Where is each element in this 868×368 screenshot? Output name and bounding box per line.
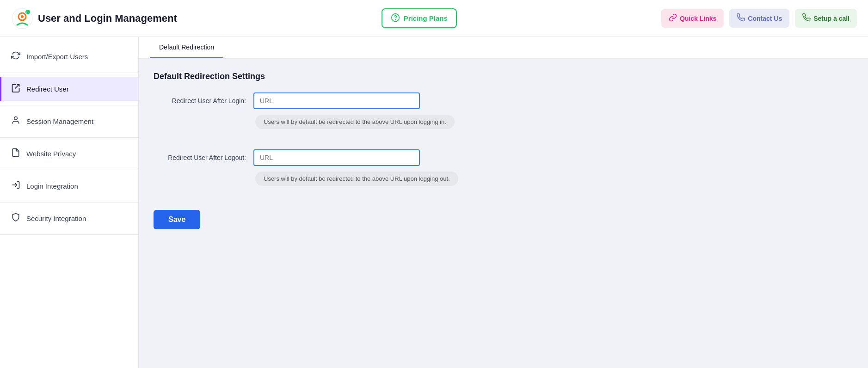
contact-us-button[interactable]: Contact Us <box>729 9 789 28</box>
website-privacy-icon <box>11 148 21 159</box>
pricing-plans-label: Pricing Plans <box>404 14 448 22</box>
sidebar-item-login-integration-label: Login Integration <box>26 182 78 190</box>
header-center: Pricing Plans <box>177 8 661 28</box>
login-hint-text: Users will by default be redirected to t… <box>255 115 455 129</box>
setup-call-button[interactable]: Setup a call <box>795 9 857 28</box>
logout-redirect-hint: Users will by default be redirected to t… <box>154 172 853 199</box>
divider-4 <box>0 170 138 170</box>
setup-call-label: Setup a call <box>813 15 850 22</box>
tab-default-redirection[interactable]: Default Redirection <box>150 37 223 58</box>
divider-1 <box>0 73 138 73</box>
setup-icon <box>802 13 811 23</box>
sidebar-item-session-management-label: Session Management <box>26 117 93 125</box>
security-integration-icon <box>11 213 21 224</box>
main-layout: Import/Export Users Redirect User Sessio… <box>0 37 868 368</box>
logout-redirect-label: Redirect User After Logout: <box>154 154 246 161</box>
logout-redirect-input[interactable] <box>253 149 420 166</box>
logout-hint-text: Users will by default be redirected to t… <box>255 172 458 186</box>
login-integration-icon <box>11 180 21 192</box>
logout-redirect-row: Redirect User After Logout: <box>154 149 853 166</box>
import-export-icon <box>11 51 21 62</box>
sidebar-item-redirect-user[interactable]: Redirect User <box>0 77 138 101</box>
login-redirect-row: Redirect User After Login: <box>154 92 853 109</box>
quick-links-icon <box>669 13 677 23</box>
divider-2 <box>0 105 138 105</box>
app-title: User and Login Management <box>38 12 177 25</box>
divider-3 <box>0 137 138 138</box>
pricing-icon <box>391 13 400 24</box>
sidebar-item-redirect-user-label: Redirect User <box>26 85 69 93</box>
header: i User and Login Management Pricing Plan… <box>0 0 868 37</box>
main-content: Default Redirection Default Redirection … <box>139 37 868 368</box>
header-right: Quick Links Contact Us Setup a call <box>661 9 857 28</box>
svg-point-7 <box>14 117 18 120</box>
pricing-plans-button[interactable]: Pricing Plans <box>382 8 457 28</box>
save-section: Save <box>154 210 853 229</box>
login-redirect-input[interactable] <box>253 92 420 109</box>
quick-links-button[interactable]: Quick Links <box>661 9 724 28</box>
contact-icon <box>737 13 745 23</box>
svg-text:i: i <box>26 11 27 15</box>
sidebar-item-security-integration-label: Security Integration <box>26 215 86 222</box>
tab-bar: Default Redirection <box>139 37 868 59</box>
save-button[interactable]: Save <box>154 210 200 229</box>
sidebar-item-security-integration[interactable]: Security Integration <box>0 206 138 231</box>
section-title: Default Redirection Settings <box>154 72 853 81</box>
quick-links-label: Quick Links <box>680 15 716 22</box>
logo: i User and Login Management <box>11 7 177 30</box>
session-management-icon <box>11 116 21 127</box>
sidebar-item-login-integration[interactable]: Login Integration <box>0 174 138 198</box>
login-redirect-label: Redirect User After Login: <box>154 97 246 104</box>
svg-point-2 <box>21 15 24 18</box>
sidebar-item-import-export-label: Import/Export Users <box>26 53 88 61</box>
sidebar: Import/Export Users Redirect User Sessio… <box>0 37 139 368</box>
divider-6 <box>0 234 138 235</box>
sidebar-item-website-privacy-label: Website Privacy <box>26 150 76 158</box>
content-area: Default Redirection Settings Redirect Us… <box>139 59 868 242</box>
sidebar-item-import-export[interactable]: Import/Export Users <box>0 44 138 69</box>
logo-icon: i <box>11 7 33 30</box>
sidebar-item-website-privacy[interactable]: Website Privacy <box>0 141 138 166</box>
login-redirect-hint: Users will by default be redirected to t… <box>154 115 853 142</box>
contact-us-label: Contact Us <box>748 15 782 22</box>
sidebar-item-session-management[interactable]: Session Management <box>0 109 138 134</box>
svg-point-6 <box>395 19 395 20</box>
divider-5 <box>0 202 138 202</box>
redirect-user-icon <box>11 83 21 95</box>
